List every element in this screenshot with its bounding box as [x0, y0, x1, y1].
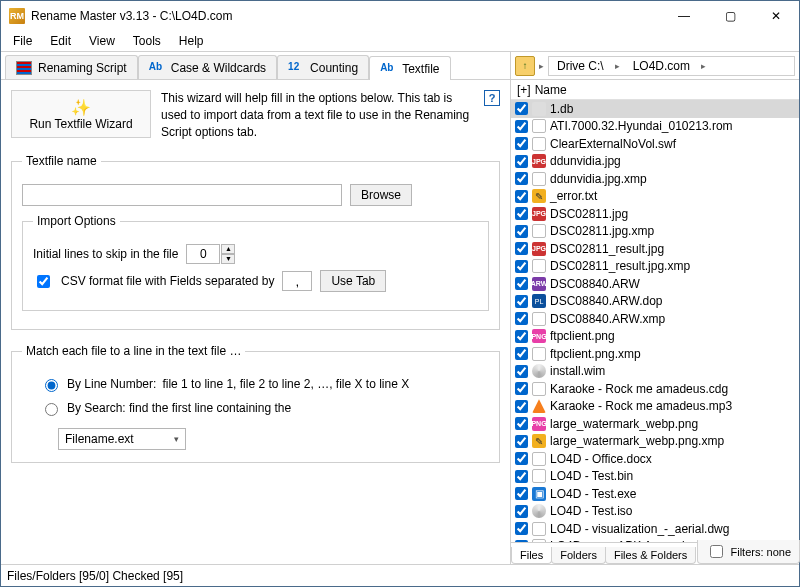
file-row[interactable]: LO4D - Test.iso	[511, 503, 799, 521]
file-row[interactable]: ✎_error.txt	[511, 188, 799, 206]
file-row[interactable]: ARWDSC08840.ARW	[511, 275, 799, 293]
tab-label: Counting	[310, 61, 358, 75]
run-textfile-wizard-button[interactable]: ✨ Run Textfile Wizard	[11, 90, 151, 138]
file-checkbox[interactable]	[515, 470, 528, 483]
file-row[interactable]: ClearExternalNoVol.swf	[511, 135, 799, 153]
match-by-search[interactable]: By Search: find the first line containin…	[40, 400, 489, 416]
file-checkbox[interactable]	[515, 382, 528, 395]
tab-textfile[interactable]: Ab Textfile	[369, 56, 450, 80]
file-checkbox[interactable]	[515, 260, 528, 273]
btab-folders[interactable]: Folders	[551, 547, 606, 564]
btab-files-folders[interactable]: Files & Folders	[605, 547, 696, 564]
use-tab-button[interactable]: Use Tab	[320, 270, 386, 292]
search-field-combo[interactable]: Filename.ext ▾	[58, 428, 186, 450]
file-checkbox[interactable]	[515, 522, 528, 535]
tab-case-wildcards[interactable]: Ab Case & Wildcards	[138, 55, 277, 79]
file-row[interactable]: LO4D - visualization_-_aerial.dwg	[511, 520, 799, 538]
btab-filters[interactable]: Filters: none	[697, 540, 800, 564]
file-type-icon	[532, 172, 546, 186]
skip-lines-value[interactable]	[186, 244, 220, 264]
close-button[interactable]: ✕	[753, 1, 799, 31]
file-row[interactable]: ddunvidia.jpg.xmp	[511, 170, 799, 188]
file-checkbox[interactable]	[515, 505, 528, 518]
file-checkbox[interactable]	[515, 452, 528, 465]
breadcrumb[interactable]: Drive C:\▸ LO4D.com▸	[548, 56, 795, 76]
file-name: install.wim	[550, 364, 605, 378]
title-bar: RM Rename Master v3.13 - C:\LO4D.com — ▢…	[1, 1, 799, 31]
spinner-down-icon[interactable]: ▼	[221, 254, 235, 264]
menu-edit[interactable]: Edit	[42, 32, 79, 50]
file-row[interactable]: PLDSC08840.ARW.dop	[511, 293, 799, 311]
menu-view[interactable]: View	[81, 32, 123, 50]
tab-counting[interactable]: 12 Counting	[277, 55, 369, 79]
file-checkbox[interactable]	[515, 155, 528, 168]
dropdown-icon[interactable]: ▸	[539, 61, 544, 71]
file-row[interactable]: JPGDSC02811.jpg	[511, 205, 799, 223]
opt2-label: By Search: find the first line containin…	[67, 401, 291, 415]
file-row[interactable]: PNGftpclient.png	[511, 328, 799, 346]
file-name: DSC02811_result.jpg	[550, 242, 664, 256]
crumb-folder[interactable]: LO4D.com	[625, 57, 697, 75]
file-checkbox[interactable]	[515, 137, 528, 150]
file-row[interactable]: PNGlarge_watermark_webp.png	[511, 415, 799, 433]
file-row[interactable]: ✎large_watermark_webp.png.xmp	[511, 433, 799, 451]
file-checkbox[interactable]	[515, 277, 528, 290]
file-checkbox[interactable]	[515, 487, 528, 500]
file-checkbox[interactable]	[515, 365, 528, 378]
file-checkbox[interactable]	[515, 417, 528, 430]
filters-checkbox[interactable]	[710, 545, 723, 558]
file-row[interactable]: install.wim	[511, 363, 799, 381]
textfile-name-input[interactable]	[22, 184, 342, 206]
file-row[interactable]: JPGddunvidia.jpg	[511, 153, 799, 171]
csv-separator-input[interactable]	[282, 271, 312, 291]
file-row[interactable]: ▣LO4D - Test.exe	[511, 485, 799, 503]
file-checkbox[interactable]	[515, 172, 528, 185]
file-checkbox[interactable]	[515, 225, 528, 238]
skip-lines-spinner[interactable]: ▲ ▼	[186, 244, 235, 264]
combo-value: Filename.ext	[65, 432, 134, 446]
tab-renaming-script[interactable]: Renaming Script	[5, 55, 138, 79]
file-row[interactable]: JPGDSC02811_result.jpg	[511, 240, 799, 258]
file-row[interactable]: ATI.7000.32.Hyundai_010213.rom	[511, 118, 799, 136]
file-checkbox[interactable]	[515, 330, 528, 343]
spinner-up-icon[interactable]: ▲	[221, 244, 235, 254]
file-row[interactable]: Karaoke - Rock me amadeus.mp3	[511, 398, 799, 416]
crumb-drive[interactable]: Drive C:\	[549, 57, 611, 75]
file-checkbox[interactable]	[515, 347, 528, 360]
file-checkbox[interactable]	[515, 295, 528, 308]
btab-files[interactable]: Files	[511, 547, 552, 564]
file-checkbox[interactable]	[515, 400, 528, 413]
maximize-button[interactable]: ▢	[707, 1, 753, 31]
file-list-header[interactable]: [+] Name	[511, 80, 799, 100]
file-list[interactable]: 1.dbATI.7000.32.Hyundai_010213.romClearE…	[511, 100, 799, 542]
menu-file[interactable]: File	[5, 32, 40, 50]
file-checkbox[interactable]	[515, 102, 528, 115]
import-options-group: Import Options Initial lines to skip in …	[22, 214, 489, 311]
file-row[interactable]: LO4D - Test.bin	[511, 468, 799, 486]
file-row[interactable]: DSC08840.ARW.xmp	[511, 310, 799, 328]
file-type-icon	[532, 312, 546, 326]
minimize-button[interactable]: —	[661, 1, 707, 31]
menu-help[interactable]: Help	[171, 32, 212, 50]
up-folder-button[interactable]: ↑	[515, 56, 535, 76]
file-row[interactable]: LO4D - Office.docx	[511, 450, 799, 468]
help-icon[interactable]: ?	[484, 90, 500, 106]
file-checkbox[interactable]	[515, 190, 528, 203]
radio-by-search[interactable]	[45, 403, 58, 416]
match-by-line-number[interactable]: By Line Number: file 1 to line 1, file 2…	[40, 376, 489, 392]
file-checkbox[interactable]	[515, 120, 528, 133]
file-row[interactable]: DSC02811_result.jpg.xmp	[511, 258, 799, 276]
file-row[interactable]: 1.db	[511, 100, 799, 118]
file-row[interactable]: DSC02811.jpg.xmp	[511, 223, 799, 241]
csv-format-checkbox[interactable]	[37, 275, 50, 288]
file-checkbox[interactable]	[515, 242, 528, 255]
file-checkbox[interactable]	[515, 312, 528, 325]
menu-tools[interactable]: Tools	[125, 32, 169, 50]
file-checkbox[interactable]	[515, 435, 528, 448]
file-row[interactable]: ftpclient.png.xmp	[511, 345, 799, 363]
radio-by-line-number[interactable]	[45, 379, 58, 392]
expand-all-icon[interactable]: [+]	[517, 83, 531, 97]
file-checkbox[interactable]	[515, 207, 528, 220]
file-row[interactable]: Karaoke - Rock me amadeus.cdg	[511, 380, 799, 398]
browse-button[interactable]: Browse	[350, 184, 412, 206]
